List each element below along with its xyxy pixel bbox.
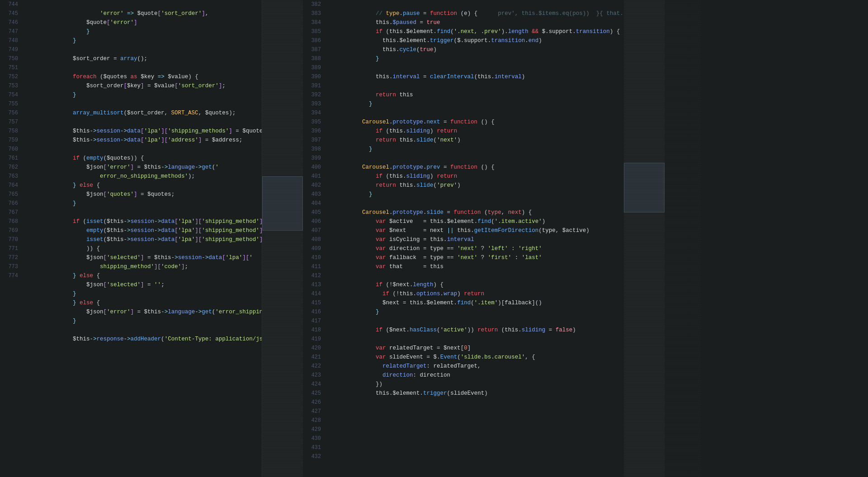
code-line: if (!$next.length) {: [328, 271, 624, 280]
minimap-right[interactable]: [624, 0, 665, 477]
code-content-right: // type.pause = function (e) { prev', th…: [326, 0, 624, 477]
code-line: foreach ($quotes as $key => $value) {: [25, 63, 262, 72]
code-line: array_multisort($sort_order, SORT_ASC, $…: [25, 99, 262, 109]
code-editor[interactable]: 744 745 746 747 748 749 750 751 752 753 …: [0, 0, 868, 477]
left-code-panel: 744 745 746 747 748 749 750 751 752 753 …: [0, 0, 262, 477]
code-line: $this->response->addHeader('Content-Type…: [25, 326, 262, 335]
far-right-panel: [665, 0, 701, 477]
code-line: [328, 190, 624, 199]
minimap-viewport: [262, 176, 303, 231]
right-code-panel: 382 383 384 385 386 387 388 389 390 391 …: [303, 0, 624, 477]
minimap-viewport-right: [624, 163, 665, 213]
line-numbers-right: 382 383 384 385 386 387 388 389 390 391 …: [303, 0, 326, 477]
code-line: return this: [328, 81, 624, 90]
code-line: if (isset($this->session->data['lpa']['s…: [25, 208, 262, 217]
code-line: if (empty($quotes)) {: [25, 145, 262, 154]
minimap-content-right: [624, 0, 665, 477]
line-numbers-left: 744 745 746 747 748 749 750 751 752 753 …: [0, 0, 24, 477]
code-line: [328, 99, 624, 109]
code-line: this.interval = clearInterval(this.inter…: [328, 63, 624, 72]
code-content-left: 'error' => $quote['sort_order'], $quote[…: [24, 0, 262, 477]
minimap-content-far-right: [665, 0, 701, 477]
minimap-left[interactable]: [262, 0, 303, 477]
code-line: $sort_order = array();: [25, 45, 262, 54]
code-line: [328, 145, 624, 154]
code-line: if ($next.hasClass('active')) return (th…: [328, 316, 624, 326]
code-line: $this->session->data['lpa']['shipping_me…: [25, 118, 262, 127]
code-line: Carousel.prototype.next = function () {: [328, 109, 624, 118]
minimap-content: [262, 0, 303, 477]
code-line: // type.pause = function (e) { prev', th…: [328, 0, 624, 9]
code-line: Carousel.prototype.prev = function () {: [328, 154, 624, 163]
code-line: Carousel.prototype.slide = function (typ…: [328, 199, 624, 208]
code-line: 'error' => $quote['sort_order'],: [25, 0, 262, 9]
code-line: var relatedTarget = $next[0]: [328, 335, 624, 344]
